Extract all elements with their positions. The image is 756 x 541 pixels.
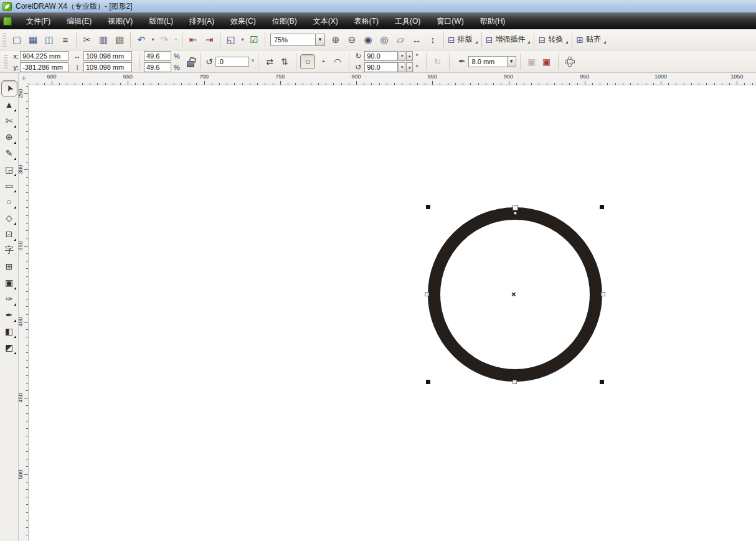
vertical-ruler[interactable]: 250300350400450500 [19, 85, 29, 541]
outline-width-value[interactable]: 8.0 mm [468, 56, 507, 67]
drawing-canvas[interactable]: × [29, 85, 756, 541]
new-button[interactable]: ▢ [9, 32, 25, 48]
table-tool[interactable]: ⊞ [1, 258, 17, 275]
menu-item-7[interactable]: 位图(B) [264, 13, 305, 29]
ruler-origin[interactable]: ✛ [19, 73, 29, 85]
scale-h-field[interactable] [144, 51, 171, 61]
menu-item-4[interactable]: 版面(L) [141, 13, 181, 29]
ellipse-mode-button[interactable]: ○ [300, 54, 315, 69]
end-angle-down-button[interactable]: ▾ [399, 62, 405, 72]
zoom-selected-button[interactable]: ◉ [360, 32, 376, 48]
import-button[interactable]: ⇤ [185, 32, 201, 48]
interactive-fill-tool[interactable]: ◩ [1, 339, 17, 355]
end-angle-field[interactable] [364, 62, 398, 72]
rotation-angle-field[interactable] [215, 57, 249, 67]
outline-width-dropdown[interactable]: ▼ [507, 56, 516, 67]
export-button[interactable]: ⇥ [201, 32, 217, 48]
zoom-out-button[interactable]: ⊖ [344, 32, 360, 48]
to-back-button[interactable]: ▣ [524, 54, 539, 69]
document-window-icon[interactable] [3, 17, 12, 26]
selection-handle-middle-right[interactable] [601, 292, 605, 296]
zoom-level-dropdown[interactable]: ▼ [315, 34, 325, 46]
menu-item-6[interactable]: 效果(C) [222, 13, 264, 29]
selection-handle-top-right[interactable] [600, 205, 604, 209]
zoom-page-width-button[interactable]: ↔ [409, 32, 425, 48]
toolbar-snap[interactable]: ⊞贴齐 [576, 34, 607, 45]
shape-tool[interactable]: ▲ [1, 96, 17, 113]
toolbar-convert[interactable]: ⊟转换 [538, 34, 569, 45]
cut-button[interactable]: ✂ [79, 32, 95, 48]
text-tool[interactable]: 字 [1, 242, 17, 258]
copy-button[interactable]: ▥ [95, 32, 111, 48]
object-width-field[interactable] [83, 51, 132, 61]
horizontal-ruler[interactable]: 60065070075080085090095010001050 [29, 73, 756, 85]
paste-button[interactable]: ▧ [111, 32, 128, 48]
print-button[interactable]: ≡ [57, 32, 73, 48]
eyedropper-tool[interactable]: ✑ [1, 291, 17, 307]
zoom-all-objects-button[interactable]: ◎ [376, 32, 392, 48]
basic-shapes-tool[interactable]: ⊡ [1, 226, 17, 242]
nonproportional-lock-icon[interactable] [186, 57, 194, 66]
object-center-mark[interactable]: × [511, 289, 516, 299]
pick-tool[interactable]: ➤ [1, 80, 17, 96]
toolbar-layout[interactable]: ⊟排版 [448, 34, 479, 45]
y-position-field[interactable] [20, 62, 69, 72]
menu-item-1[interactable]: 文件(F) [18, 13, 59, 29]
object-height-field[interactable] [83, 62, 132, 72]
menu-item-2[interactable]: 编辑(E) [59, 13, 100, 29]
zoom-level-combo[interactable]: 75%▼ [270, 34, 325, 46]
start-angle-down-button[interactable]: ▾ [399, 51, 405, 61]
open-button[interactable]: ▦ [25, 32, 41, 48]
toolbar-drag-handle[interactable] [2, 32, 6, 48]
redo-button-dropdown[interactable]: ▾ [172, 32, 179, 48]
menu-item-5[interactable]: 排列(A) [181, 13, 222, 29]
zoom-in-button[interactable]: ⊕ [328, 32, 344, 48]
menu-item-3[interactable]: 视图(V) [100, 13, 141, 29]
to-front-button[interactable]: ▣ [539, 54, 554, 69]
rectangle-tool[interactable]: ▭ [1, 177, 17, 194]
scale-v-field[interactable] [144, 62, 171, 72]
start-angle-up-button[interactable]: ▴ [406, 51, 413, 61]
blend-tool[interactable]: ▣ [1, 275, 17, 291]
ellipse-node-top[interactable] [513, 205, 518, 210]
selection-handle-bottom-left[interactable] [426, 380, 430, 384]
zoom-level-value[interactable]: 75% [270, 34, 315, 46]
selection-handle-top-left[interactable] [426, 205, 430, 209]
selection-handle-bottom-right[interactable] [600, 380, 604, 384]
application-launcher-button-dropdown[interactable]: ▾ [239, 32, 246, 48]
outline-pen-tool[interactable]: ✒ [1, 307, 17, 323]
menu-item-8[interactable]: 文本(X) [305, 13, 346, 29]
redo-button[interactable]: ↷ [156, 32, 172, 48]
freehand-tool[interactable]: ✎ [1, 145, 17, 161]
outline-width-combo[interactable]: 8.0 mm ▼ [468, 56, 516, 67]
x-position-field[interactable] [20, 51, 69, 61]
selection-handle-bottom-center[interactable] [513, 380, 517, 384]
arc-mode-button[interactable]: ◠ [330, 54, 345, 69]
mirror-horizontal-button[interactable]: ⇄ [262, 54, 277, 69]
change-direction-button[interactable]: ↻ [430, 54, 445, 69]
zoom-tool[interactable]: ⊕ [1, 129, 17, 145]
menu-item-10[interactable]: 工具(O) [387, 13, 428, 29]
toolbar-enhanced-plugins[interactable]: ⊟增强插件 [486, 34, 532, 45]
selection-handle-middle-left[interactable] [425, 292, 429, 296]
propbar-drag-handle[interactable] [4, 54, 7, 70]
save-button[interactable]: ◫ [41, 32, 57, 48]
pie-mode-button[interactable]: ◔ [315, 54, 330, 69]
undo-button-dropdown[interactable]: ▾ [149, 32, 156, 48]
options-button[interactable]: ☑ [246, 32, 262, 48]
zoom-page-button[interactable]: ▱ [392, 32, 409, 48]
ellipse-node-marker[interactable] [514, 212, 517, 215]
end-angle-up-button[interactable]: ▴ [406, 62, 413, 72]
fill-tool[interactable]: ◧ [1, 323, 17, 339]
start-angle-field[interactable] [364, 51, 398, 61]
crop-tool[interactable]: ✄ [1, 113, 17, 129]
zoom-page-height-button[interactable]: ↕ [425, 32, 441, 48]
ellipse-tool[interactable]: ○ [1, 194, 17, 210]
smart-fill-tool[interactable]: ◲ [1, 161, 17, 177]
polygon-tool[interactable]: ◇ [1, 210, 17, 226]
convert-to-curves-button[interactable] [562, 54, 577, 69]
menu-item-9[interactable]: 表格(T) [346, 13, 387, 29]
mirror-vertical-button[interactable]: ⇅ [277, 54, 292, 69]
menu-item-12[interactable]: 帮助(H) [472, 13, 514, 29]
undo-button[interactable]: ↶ [133, 32, 149, 48]
